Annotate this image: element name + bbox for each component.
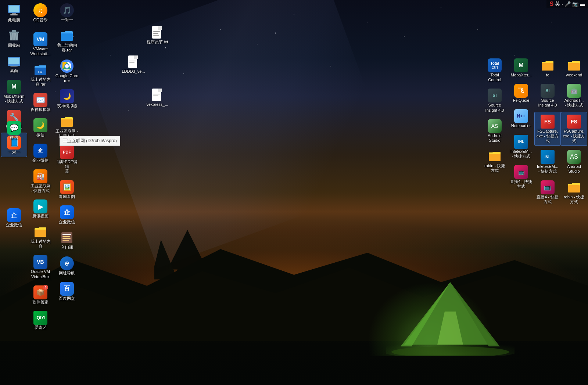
svg-rect-14 (10, 14, 18, 15)
icon-industry[interactable]: 🏭 工业互联网- 快捷方式 (27, 167, 54, 195)
virtualbox-label: Oracle VMVirtualBox (31, 269, 50, 279)
icon-computer[interactable]: 此电脑 (1, 1, 27, 25)
icon-tencent-video[interactable]: ▶ 腾讯视频 (27, 197, 54, 221)
svg-rect-35 (62, 236, 70, 237)
svg-rect-52 (568, 185, 580, 192)
icon-vmware[interactable]: VM VMwareWorkstati... (27, 30, 54, 58)
icon-right-col-2: tc SI SourceInsight 4.0 FS FSCapture.exe… (534, 55, 562, 207)
icon-android-studio-r[interactable]: AS AndroidStudio (481, 116, 508, 145)
vexpress-label: vexpress_... (146, 102, 168, 107)
icon-weekend[interactable]: weekend (561, 56, 587, 80)
icon-column-wechat: 💬 微信 (0, 118, 28, 143)
icon-android-tools[interactable]: 🤖 AndroidT...- 快捷方式 (561, 81, 587, 110)
icon-inletex-r[interactable]: INL InletexEM...- 快捷方式 (508, 132, 534, 161)
inletex-label: InletexEM...- 快捷方式 (537, 164, 558, 174)
android-studio-r-label: AndroidStudio (488, 133, 502, 143)
sogou-mic[interactable]: 🎤 (564, 1, 571, 7)
enterprise-wechat-label: 企业微信 (32, 158, 49, 163)
icon-recycle[interactable]: 回收站 (1, 26, 27, 50)
sogou-text: 英 (555, 1, 560, 7)
weekend-label: weekend (566, 73, 582, 78)
software-badge: 5 (43, 285, 48, 290)
icon-fscapture[interactable]: FS FSCapture.exe - 快捷方式 (561, 112, 587, 146)
icon-enterprise-wechat-b[interactable]: 企 企业微信 (1, 206, 27, 230)
wechat-label: 微信 (10, 135, 18, 140)
foxmail-label: 夜神模拟器 (31, 107, 51, 112)
sogou-camera[interactable]: 📷 (572, 1, 578, 7)
svg-rect-13 (12, 13, 16, 14)
enterprise-wechat2-label: 企业微信 (59, 220, 75, 224)
icon-vexpress[interactable]: vexpress_... (144, 85, 171, 109)
icon-desktop[interactable]: 桌面 (1, 51, 27, 75)
desktop-label: 桌面 (10, 68, 18, 73)
fscapture-label: FSCapture.exe - 快捷方式 (563, 129, 585, 144)
icon-enterprise-wechat[interactable]: 企 企业微信 (27, 141, 54, 165)
icon-source-r[interactable]: SI SourceInsight 4.0 (481, 86, 508, 115)
svg-text:rar: rar (38, 70, 43, 73)
svg-rect-16 (12, 30, 16, 32)
icon-zhibo-r[interactable]: 📺 直播4 - 快捷方式 (508, 162, 534, 191)
icon-nox-2[interactable]: 🌙 夜神模拟器 (54, 87, 80, 111)
baidu-label: 百度网盘 (59, 296, 75, 301)
icon-virtualbox[interactable]: VB Oracle VMVirtualBox (27, 252, 54, 281)
icon-foxmail[interactable]: ✉️ 夜神模拟器 (27, 90, 54, 114)
svg-rect-45 (129, 61, 136, 61)
icon-qq-music[interactable]: ♫ QQ音乐 (27, 1, 54, 25)
icon-ie[interactable]: e 网址导航 (54, 254, 80, 278)
icon-total-ctrl[interactable]: TotalCtrl TotalControl (481, 56, 508, 84)
icon-intro[interactable]: 入门课 (54, 228, 80, 252)
svg-line-17 (12, 33, 12, 40)
icon-my-content-folder[interactable]: 我上过的内容.rar (54, 26, 80, 55)
icon-robin-r[interactable]: robin - 快捷方式 (481, 147, 508, 175)
icon-industry-shortcut[interactable]: 工业互联网 -快捷方式 (54, 112, 80, 141)
icon-wechat[interactable]: 💬 微信 (1, 118, 27, 142)
yidui-label2: 一对一 (61, 18, 73, 22)
svg-rect-12 (9, 6, 19, 12)
icon-progday[interactable]: 程序员节.txt (144, 23, 171, 47)
icon-source-insight[interactable]: SI SourceInsight 4.0 (534, 81, 561, 110)
icon-lddd3[interactable]: LDDD3_ve... (120, 52, 147, 76)
icon-right-col-1: weekend 🤖 AndroidT...- 快捷方式 FS FSCapture… (560, 55, 588, 207)
svg-rect-54 (489, 154, 501, 161)
icon-bottom-left: 企 企业微信 (0, 205, 28, 230)
icon-mobaterm[interactable]: M MobaXterm- 快捷方式 (1, 77, 27, 106)
iqiyi-label: 爱奇艺 (35, 325, 47, 330)
icon-software[interactable]: 📦 5 软件管家 (27, 283, 54, 307)
software-label: 软件管家 (32, 300, 49, 305)
icon-android-studio[interactable]: AS AndroidStudio (561, 147, 587, 176)
sogou-menu[interactable]: ▬ (580, 1, 585, 7)
icon-chrome[interactable]: Google Chrome (54, 57, 80, 85)
tc-label: tc (546, 73, 549, 78)
icon-enterprise-wechat2[interactable]: 企 企业微信 (54, 203, 80, 227)
sogou-toolbar[interactable]: S 英 · 🎤 📷 ▬ (546, 0, 588, 8)
icon-zhibo[interactable]: 📺 直播4 - 快捷方式 (534, 178, 561, 206)
icon-baidu[interactable]: 百 百度网盘 (54, 279, 80, 303)
maoyan-label: 毒霸看图 (59, 194, 75, 199)
icon-fscapture-r[interactable]: FS FSCapture.exe - 快捷方式 (534, 112, 561, 146)
android-tools-label: AndroidT...- 快捷方式 (564, 98, 584, 108)
desktop: S 英 · 🎤 📷 ▬ 此电脑 (0, 0, 588, 385)
icon-feiQ[interactable]: 飞 FeiQ.exe (508, 81, 534, 105)
svg-rect-42 (153, 35, 159, 36)
svg-rect-27 (61, 33, 73, 41)
icon-mobaterm-r[interactable]: M MobaXter... (508, 56, 534, 80)
milky-way-bg (79, 0, 399, 268)
sogou-s-icon: S (549, 1, 553, 7)
icon-inletex[interactable]: INL InletexEM...- 快捷方式 (534, 147, 561, 176)
icon-column-3: 🎵 一对一 我上过的内容.rar (53, 0, 81, 304)
icon-iqiyi[interactable]: iQIYI 爱奇艺 (27, 308, 54, 332)
icon-wopai[interactable]: 我上过的内容 (27, 222, 54, 251)
icon-fujian-pdf[interactable]: PDF 福昕PDF编辑器 (54, 143, 80, 176)
icon-robin[interactable]: robin - 快捷方式 (561, 178, 587, 206)
icon-tc[interactable]: tc (534, 56, 561, 80)
intro-label: 入门课 (61, 245, 73, 250)
android-studio-label: AndroidStudio (567, 164, 581, 174)
icon-maoyan[interactable]: 🖼️ 毒霸看图 (54, 177, 80, 201)
icon-notepad[interactable]: N++ Notepad++ (508, 107, 534, 130)
fscapture-r-label: FSCapture.exe - 快捷方式 (536, 129, 559, 144)
total-ctrl-label: TotalControl (488, 73, 501, 82)
icon-nox[interactable]: 🌙 微信 (27, 116, 54, 140)
lddd3-label: LDDD3_ve... (122, 69, 145, 74)
icon-qq-music-2[interactable]: 🎵 一对一 (54, 1, 80, 25)
icon-wls-folder[interactable]: rar 我上过的内容.rar (27, 60, 54, 89)
